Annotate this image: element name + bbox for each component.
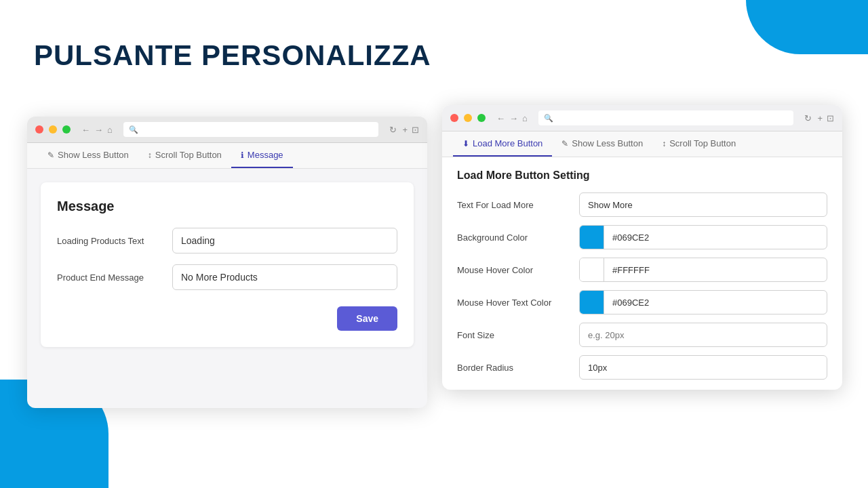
save-button-left[interactable]: Save	[337, 306, 397, 331]
dot-green-right[interactable]	[477, 114, 486, 122]
border-radius-input[interactable]	[579, 355, 827, 380]
message-card: Message Loading Products Text Product En…	[41, 182, 414, 347]
text-load-more-input-wrap	[579, 192, 827, 217]
nav-forward-icon-right[interactable]: →	[509, 113, 518, 123]
page-title: PULSANTE PERSONALIZZA	[34, 39, 431, 72]
browser-window-left: ← → ⌂ 🔍 ↻ + ⊡ ✎ Show Less Button ↕ Scrol…	[27, 117, 427, 408]
loading-text-row: Loading Products Text	[57, 228, 397, 253]
hover-text-color-input-wrap[interactable]: #069CE2	[579, 290, 827, 314]
chrome-add-icon[interactable]: +	[402, 125, 408, 135]
reload-icon-left[interactable]: ↻	[389, 125, 397, 135]
nav-home-icon-right[interactable]: ⌂	[522, 113, 528, 123]
right-panel-content: Load More Button Setting Text For Load M…	[442, 157, 842, 390]
hover-color-label: Mouse Hover Color	[457, 265, 579, 275]
loading-text-input[interactable]	[172, 228, 397, 253]
tabs-right: ⬇ Load More Button ✎ Show Less Button ↕ …	[442, 131, 842, 157]
background-color-swatch[interactable]	[580, 225, 604, 249]
nav-back-icon-right[interactable]: ←	[496, 113, 505, 123]
tabs-left: ✎ Show Less Button ↕ Scroll Top Button ℹ…	[27, 143, 427, 169]
tab-show-less-right[interactable]: ✎ Show Less Button	[552, 131, 652, 157]
dot-green-left[interactable]	[62, 125, 71, 134]
background-color-input-wrap[interactable]: #069CE2	[579, 225, 827, 249]
border-radius-label: Border Radius	[457, 363, 579, 373]
hover-text-color-label: Mouse Hover Text Color	[457, 298, 579, 308]
tab-message-left[interactable]: ℹ Message	[231, 143, 293, 168]
hover-color-row: Mouse Hover Color #FFFFFF	[457, 258, 827, 282]
end-message-input[interactable]	[172, 264, 397, 290]
blob-top-right	[746, 0, 868, 54]
tab-scroll-top-icon-right: ↕	[662, 139, 666, 148]
chrome-search-right[interactable]: 🔍	[538, 110, 794, 125]
chrome-actions-right: + ⊡	[817, 113, 834, 123]
hover-color-input-wrap[interactable]: #FFFFFF	[579, 258, 827, 282]
tab-show-less-left[interactable]: ✎ Show Less Button	[38, 143, 138, 168]
loading-text-label: Loading Products Text	[57, 236, 172, 246]
font-size-label: Font Size	[457, 330, 579, 340]
section-title-right: Load More Button Setting	[457, 169, 827, 182]
chrome-add-icon-right[interactable]: +	[817, 113, 823, 123]
text-load-more-label: Text For Load More	[457, 200, 579, 210]
reload-icon-right[interactable]: ↻	[804, 113, 812, 123]
browser-chrome-right: ← → ⌂ 🔍 ↻ + ⊡	[442, 105, 842, 131]
tab-scroll-top-icon-left: ↕	[148, 150, 152, 160]
browser-chrome-left: ← → ⌂ 🔍 ↻ + ⊡	[27, 117, 427, 143]
hover-color-swatch[interactable]	[580, 258, 604, 282]
chrome-nav-left: ← → ⌂	[81, 125, 113, 135]
search-icon-left: 🔍	[129, 125, 138, 134]
text-load-more-row: Text For Load More	[457, 192, 827, 217]
tab-show-less-icon-left: ✎	[47, 150, 54, 160]
nav-home-icon[interactable]: ⌂	[107, 125, 113, 135]
hover-text-color-value: #069CE2	[604, 298, 657, 308]
tab-show-less-icon-right: ✎	[561, 139, 568, 148]
tab-scroll-top-left[interactable]: ↕ Scroll Top Button	[138, 143, 231, 168]
border-radius-row: Border Radius	[457, 355, 827, 380]
font-size-input[interactable]	[579, 323, 827, 347]
dot-yellow-right[interactable]	[464, 114, 472, 122]
browser-window-right: ← → ⌂ 🔍 ↻ + ⊡ ⬇ Load More Button ✎ Show …	[442, 105, 842, 390]
chrome-nav-right: ← → ⌂	[496, 113, 528, 123]
border-radius-input-wrap	[579, 355, 827, 380]
nav-forward-icon[interactable]: →	[94, 125, 103, 135]
tab-message-icon-left: ℹ	[241, 150, 244, 160]
chrome-search-left[interactable]: 🔍	[123, 122, 379, 137]
tab-load-more-icon: ⬇	[462, 139, 469, 148]
chrome-more-icon-right[interactable]: ⊡	[827, 113, 834, 123]
dot-red-right[interactable]	[450, 114, 458, 122]
tab-scroll-top-right[interactable]: ↕ Scroll Top Button	[652, 131, 745, 157]
nav-back-icon[interactable]: ←	[81, 125, 90, 135]
hover-text-color-swatch[interactable]	[580, 290, 604, 314]
search-icon-right: 🔍	[544, 114, 553, 123]
end-message-row: Product End Message	[57, 264, 397, 290]
hover-color-value: #FFFFFF	[604, 265, 658, 275]
chrome-more-icon[interactable]: ⊡	[412, 125, 419, 135]
background-color-row: Background Color #069CE2	[457, 225, 827, 249]
hover-text-color-row: Mouse Hover Text Color #069CE2	[457, 290, 827, 314]
font-size-input-wrap	[579, 323, 827, 347]
tab-load-more-right[interactable]: ⬇ Load More Button	[453, 131, 552, 157]
background-color-value: #069CE2	[604, 232, 657, 243]
message-card-title: Message	[57, 199, 397, 214]
save-left-container: Save	[57, 306, 397, 331]
message-panel: Message Loading Products Text Product En…	[27, 169, 427, 361]
dot-yellow-left[interactable]	[49, 125, 57, 134]
dot-red-left[interactable]	[35, 125, 43, 134]
chrome-actions-left: + ⊡	[402, 125, 419, 135]
background-color-label: Background Color	[457, 232, 579, 243]
text-load-more-input[interactable]	[579, 192, 827, 217]
font-size-row: Font Size	[457, 323, 827, 347]
end-message-label: Product End Message	[57, 272, 172, 283]
